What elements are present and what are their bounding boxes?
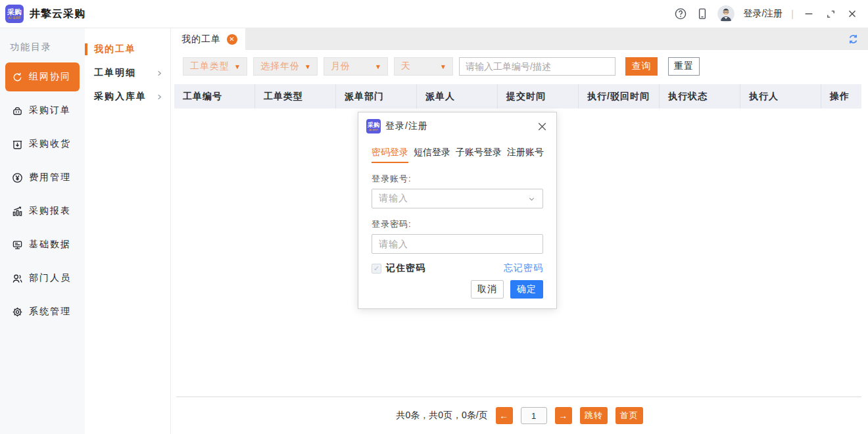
yen-icon: [11, 172, 24, 184]
workorder-search-input[interactable]: [459, 57, 615, 76]
checkbox-check-icon: ✓: [374, 264, 379, 273]
minimize-icon[interactable]: [802, 7, 815, 20]
modal-logo: 采购 AI·ERP: [366, 119, 381, 133]
pagination: 共0条，共0页，0条/页 ← → 跳转 首页: [171, 397, 868, 434]
maximize-icon[interactable]: [824, 7, 837, 20]
modal-footer: 取消 确定: [358, 280, 556, 308]
day-dropdown[interactable]: 天 ▼: [394, 57, 453, 76]
sidebar-item-base-data[interactable]: 基础数据: [5, 230, 80, 259]
column-header: 执行人: [740, 84, 821, 108]
forgot-password-link[interactable]: 忘记密码: [504, 262, 543, 274]
month-dropdown[interactable]: 月份 ▼: [324, 57, 388, 76]
login-modal: 采购 AI·ERP 登录/注册 密码登录 短信登录 子账号登录 注册账号 登录账…: [358, 112, 557, 309]
sidebar-item-system-management[interactable]: 系统管理: [5, 297, 80, 326]
page-number-input[interactable]: [521, 407, 547, 424]
jump-button[interactable]: 跳转: [580, 407, 608, 424]
sidebar-item-department-staff[interactable]: 部门人员: [5, 264, 80, 293]
remember-row: ✓ 记住密码 忘记密码: [372, 262, 543, 274]
dropdown-arrow-icon: ▼: [440, 63, 447, 70]
confirm-button[interactable]: 确定: [510, 280, 543, 299]
submenu-item-label: 我的工单: [94, 43, 136, 55]
workorder-type-dropdown[interactable]: 工单类型 ▼: [183, 57, 247, 76]
login-form: 登录账号: 请输入 登录密码: ✓ 记住密码 忘记密码: [358, 163, 556, 274]
dropdown-label: 选择年份: [260, 60, 300, 72]
reset-button[interactable]: 重置: [668, 57, 700, 76]
chart-icon: [11, 205, 24, 218]
box-receive-icon: [11, 138, 24, 151]
column-header: 派单部门: [336, 84, 417, 108]
basket-icon: [11, 105, 24, 117]
sidebar: 功能目录 组网协同 采购订单 采购收: [0, 28, 85, 434]
sidebar-item-expense-management[interactable]: 费用管理: [5, 163, 80, 192]
sidebar-header: 功能目录: [0, 37, 85, 62]
column-header: 执行状态: [660, 84, 740, 108]
prev-page-icon: ←: [499, 410, 509, 421]
prev-page-button[interactable]: ←: [496, 407, 513, 424]
sidebar-item-purchase-orders[interactable]: 采购订单: [5, 96, 80, 125]
dropdown-label: 天: [401, 60, 411, 72]
password-label: 登录密码:: [372, 218, 543, 230]
modal-close-icon[interactable]: [536, 120, 548, 133]
submenu: 我的工单 工单明细 采购入库单: [85, 28, 171, 434]
sidebar-item-label: 系统管理: [29, 306, 71, 318]
gear-icon: [11, 306, 24, 318]
login-register-link[interactable]: 登录/注册: [743, 8, 783, 20]
help-icon[interactable]: [674, 7, 687, 20]
logo-subtext: AI·ERP: [8, 16, 21, 20]
pagination-summary: 共0条，共0页，0条/页: [396, 410, 487, 422]
submenu-item-workorder-detail[interactable]: 工单明细: [85, 61, 170, 85]
home-page-button[interactable]: 首页: [615, 407, 643, 424]
tab-register-account[interactable]: 注册账号: [507, 147, 544, 163]
topbar-divider: |: [791, 9, 794, 19]
topbar-actions: 登录/注册 |: [674, 5, 859, 22]
modal-logo-subtext: AI·ERP: [369, 128, 377, 132]
sidebar-item-network-collab[interactable]: 组网协同: [5, 62, 80, 91]
sidebar-item-label: 采购订单: [29, 105, 71, 116]
submenu-item-purchase-inbound[interactable]: 采购入库单: [85, 85, 170, 108]
refresh-icon[interactable]: [847, 28, 868, 50]
sidebar-item-purchase-receiving[interactable]: 采购收货: [5, 130, 80, 158]
sidebar-item-label: 部门人员: [29, 272, 71, 284]
dropdown-arrow-icon: ▼: [304, 63, 312, 70]
app-window: 采购 AI·ERP 井擎云采购: [0, 0, 868, 434]
chevron-right-icon: [155, 93, 164, 101]
chevron-right-icon: [155, 69, 164, 78]
next-page-button[interactable]: →: [555, 407, 572, 424]
sync-icon: [11, 71, 24, 84]
query-button[interactable]: 查询: [625, 57, 658, 76]
dropdown-label: 工单类型: [190, 60, 229, 72]
account-select[interactable]: 请输入: [372, 189, 543, 208]
modal-logo-text: 采购: [368, 122, 379, 128]
year-dropdown[interactable]: 选择年份 ▼: [253, 57, 318, 76]
tab-my-workorders[interactable]: 我的工单 ✕: [171, 28, 245, 50]
dropdown-label: 月份: [331, 60, 350, 72]
mobile-icon[interactable]: [696, 7, 709, 20]
next-page-icon: →: [558, 410, 568, 421]
account-placeholder: 请输入: [379, 193, 408, 205]
account-label: 登录账号:: [372, 173, 543, 185]
tab-sms-login[interactable]: 短信登录: [414, 147, 450, 163]
tab-subaccount-login[interactable]: 子账号登录: [456, 147, 502, 163]
dropdown-arrow-icon: ▼: [375, 63, 382, 70]
remember-checkbox[interactable]: ✓: [372, 264, 381, 274]
close-window-icon[interactable]: [846, 7, 859, 20]
cancel-button[interactable]: 取消: [471, 280, 504, 299]
submenu-item-my-workorders[interactable]: 我的工单: [85, 37, 170, 61]
sidebar-item-label: 采购收货: [29, 138, 71, 150]
tab-close-icon[interactable]: ✕: [227, 34, 237, 45]
column-header: 操作: [821, 84, 861, 108]
login-modal-header: 采购 AI·ERP 登录/注册: [358, 112, 556, 133]
tab-password-login[interactable]: 密码登录: [372, 147, 408, 163]
sidebar-item-label: 费用管理: [29, 172, 71, 183]
column-header: 工单编号: [174, 84, 255, 108]
people-icon: [11, 272, 24, 285]
user-avatar[interactable]: [717, 5, 735, 22]
sidebar-item-purchase-reports[interactable]: 采购报表: [5, 197, 80, 226]
tab-label: 我的工单: [181, 34, 221, 45]
filterbar: 工单类型 ▼ 选择年份 ▼ 月份 ▼ 天 ▼ 查询 重置: [171, 50, 868, 83]
login-tabs: 密码登录 短信登录 子账号登录 注册账号: [358, 133, 556, 163]
table-header: 工单编号 工单类型 派单部门 派单人 提交时间 执行/驳回时间 执行状态 执行人…: [174, 84, 861, 108]
password-input[interactable]: [372, 234, 543, 254]
database-icon: [11, 239, 24, 251]
sidebar-item-label: 采购报表: [29, 205, 71, 217]
